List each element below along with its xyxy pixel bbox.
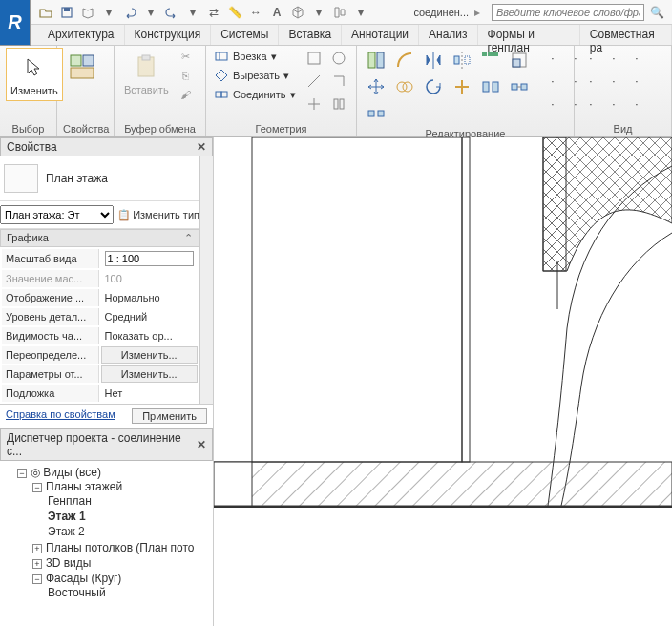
tree-leaf-selected[interactable]: Этаж 1 [48, 509, 211, 524]
tree-toggle[interactable]: + [32, 544, 42, 553]
modify-button[interactable]: Изменить [6, 48, 63, 101]
edit-tool-icon[interactable]: · [542, 71, 563, 92]
scrollbar[interactable] [200, 156, 213, 404]
delete-icon[interactable] [363, 101, 389, 126]
svg-rect-12 [334, 99, 338, 109]
scale-icon[interactable] [506, 48, 533, 73]
copy-icon[interactable] [391, 74, 418, 99]
tree-toggle[interactable]: + [32, 559, 42, 569]
tab-collab[interactable]: Совместная ра [580, 25, 672, 45]
match-button[interactable]: 🖌 [177, 86, 196, 103]
array-icon[interactable] [477, 48, 504, 73]
dropdown-icon[interactable]: ▾ [353, 5, 368, 20]
view-tool-icon[interactable]: · [626, 71, 647, 92]
collapse-icon[interactable]: ⌃ [184, 232, 193, 244]
tree-toggle[interactable]: − [17, 469, 27, 478]
tree-leaf[interactable]: Этаж 2 [48, 524, 211, 539]
move-icon[interactable] [363, 74, 389, 99]
edit-button[interactable]: Изменить... [101, 365, 199, 383]
view-tool-icon[interactable]: · [626, 94, 647, 115]
paste-button[interactable]: Вставить [120, 48, 173, 99]
tree-node[interactable]: Планы этажей [46, 480, 122, 493]
cut-button[interactable]: ✂ [177, 48, 196, 65]
dropdown-icon[interactable]: ▾ [101, 5, 116, 20]
split-icon[interactable] [477, 74, 504, 99]
app-logo[interactable]: R [0, 0, 31, 46]
recent-icon[interactable] [80, 5, 95, 20]
save-icon[interactable] [59, 5, 74, 20]
edit-tool-icon[interactable]: · [542, 48, 563, 69]
geom-tool-icon[interactable] [327, 94, 350, 115]
tree-toggle[interactable]: − [32, 483, 42, 492]
view-tool-icon[interactable]: · [603, 94, 624, 115]
expand-icon[interactable]: ▸ [471, 6, 484, 19]
search-input[interactable] [492, 4, 644, 21]
tree-node[interactable]: Виды (все) [43, 466, 101, 479]
tab-annotations[interactable]: Аннотации [342, 25, 419, 45]
cut-button2[interactable]: Вырезать ▾ [212, 67, 299, 84]
view-tool-icon[interactable]: · [626, 48, 647, 69]
close-icon[interactable]: ✕ [197, 140, 206, 154]
tree-leaf[interactable]: Генплан [48, 493, 211, 509]
dim-icon[interactable]: ↔ [248, 5, 263, 20]
tab-analysis[interactable]: Анализ [419, 25, 478, 45]
tree-node[interactable]: 3D виды [46, 556, 91, 570]
svg-rect-16 [454, 56, 459, 64]
tab-insert[interactable]: Вставка [279, 25, 342, 45]
view-tool-icon[interactable]: · [580, 71, 601, 92]
section-icon[interactable] [332, 5, 347, 20]
measure-icon[interactable]: 📏 [227, 5, 242, 20]
sync-icon[interactable]: ⇄ [206, 5, 221, 20]
mirror-pick-icon[interactable] [449, 48, 475, 73]
dropdown-icon[interactable]: ▾ [185, 5, 200, 20]
apply-button[interactable]: Применить [132, 408, 207, 424]
edit-button[interactable]: Изменить... [101, 346, 199, 364]
redo-icon[interactable] [164, 5, 179, 20]
tree-node[interactable]: Фасады (Круг) [46, 572, 121, 585]
open-icon[interactable] [38, 5, 53, 20]
geom-tool-icon[interactable] [303, 94, 326, 115]
3d-icon[interactable] [290, 5, 305, 20]
search-icon[interactable]: 🔍 [646, 6, 668, 19]
edit-tool-icon[interactable]: · [542, 94, 563, 115]
scale-input[interactable] [105, 251, 195, 266]
undo-icon[interactable] [122, 5, 137, 20]
text-icon[interactable]: A [269, 5, 284, 20]
dropdown-icon[interactable]: ▾ [311, 5, 326, 20]
geom-tool-icon[interactable] [327, 48, 350, 69]
props-help-link[interactable]: Справка по свойствам [6, 408, 116, 424]
view-tool-icon[interactable]: · [580, 94, 601, 115]
geom-tool-icon[interactable] [327, 71, 350, 92]
view-tool-icon[interactable]: · [603, 71, 624, 92]
view-tool-icon[interactable]: · [603, 48, 624, 69]
close-icon[interactable]: ✕ [197, 438, 206, 451]
tab-structure[interactable]: Конструкция [125, 25, 212, 45]
rotate-icon[interactable] [420, 74, 447, 99]
join-button[interactable]: Соединить ▾ [212, 86, 299, 103]
tab-architecture[interactable]: Архитектура [38, 25, 125, 45]
view-tool-icon[interactable]: · [580, 48, 601, 69]
mirror-axis-icon[interactable] [420, 48, 447, 73]
align-icon[interactable] [363, 48, 389, 73]
cutgeom-button[interactable]: Врезка ▾ [212, 48, 299, 65]
tree-leaf[interactable]: Восточный [48, 585, 211, 600]
copy-button[interactable]: ⎘ [177, 67, 196, 84]
tree-toggle[interactable]: − [32, 574, 42, 584]
prop-value[interactable]: Нормально [101, 289, 199, 306]
trim-icon[interactable] [449, 74, 475, 99]
tab-massing[interactable]: Формы и генплан [478, 25, 580, 45]
geom-tool-icon[interactable] [303, 71, 326, 92]
properties-button[interactable] [63, 48, 101, 86]
dropdown-icon[interactable]: ▾ [143, 5, 158, 20]
tab-systems[interactable]: Системы [211, 25, 279, 45]
prop-value[interactable]: Нет [101, 385, 199, 402]
prop-value[interactable]: Показать ор... [101, 327, 199, 344]
drawing-canvas[interactable] [214, 137, 672, 626]
prop-value[interactable]: Средний [101, 308, 199, 325]
instance-selector[interactable]: План этажа: Эт [0, 205, 114, 224]
edit-type-button[interactable]: 📋Изменить тип [117, 209, 200, 221]
tree-node[interactable]: Планы потолков (План пото [46, 541, 195, 554]
geom-tool-icon[interactable] [303, 48, 326, 69]
pin-icon[interactable] [506, 74, 533, 99]
offset-icon[interactable] [391, 48, 418, 73]
